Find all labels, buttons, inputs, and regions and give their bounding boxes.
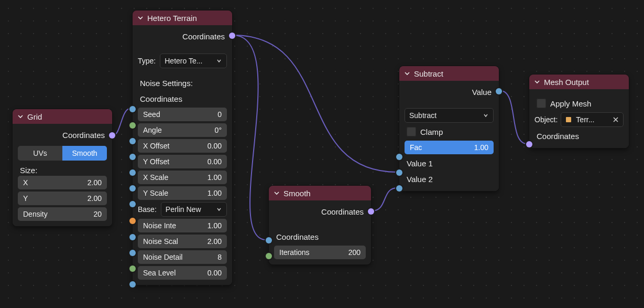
socket-in-sea-level[interactable] — [129, 281, 136, 288]
hetero-sea-level[interactable]: Sea Level0.00 — [138, 266, 227, 280]
chevron-down-icon — [533, 78, 541, 86]
grid-size-y[interactable]: Y2.00 — [18, 192, 107, 205]
socket-out-coordinates[interactable] — [368, 208, 374, 215]
hetero-x-scale[interactable]: X Scale1.00 — [138, 171, 227, 184]
socket-in-coordinates[interactable] — [526, 141, 532, 147]
socket-in-iterations[interactable] — [266, 253, 272, 259]
apply-mesh-checkbox[interactable] — [537, 99, 546, 108]
socket-in-noise-scale[interactable] — [129, 250, 136, 256]
hetero-y-offset[interactable]: Y Offset0.00 — [138, 155, 227, 168]
grid-mode-uvs[interactable]: UVs — [18, 146, 62, 161]
socket-in-noise-intensity[interactable] — [129, 234, 136, 240]
grid-mode-toggle[interactable]: UVs Smooth — [18, 146, 107, 161]
clamp-label: Clamp — [420, 128, 443, 136]
socket-label-out-coordinates: Coordinates — [62, 131, 105, 140]
socket-in-fac[interactable] — [396, 154, 402, 160]
socket-in-angle[interactable] — [129, 138, 136, 144]
node-title: Subtract — [414, 69, 443, 78]
object-reference[interactable]: Terr... — [561, 112, 624, 127]
base-label: Base: — [138, 205, 157, 214]
socket-out-coordinates[interactable] — [229, 33, 235, 39]
socket-in-x-offset[interactable] — [129, 154, 136, 160]
socket-in-y-offset[interactable] — [129, 169, 136, 176]
smooth-iterations[interactable]: Iterations200 — [274, 246, 366, 259]
node-title: Grid — [27, 112, 42, 121]
socket-in-seed[interactable] — [129, 122, 136, 129]
node-smooth[interactable]: Smooth Coordinates Coordinates Iteration… — [269, 186, 371, 264]
chevron-down-icon — [137, 14, 144, 22]
socket-in-x-scale[interactable] — [129, 185, 136, 192]
socket-in-value2[interactable] — [396, 185, 402, 192]
subtract-fac[interactable]: Fac1.00 — [405, 141, 494, 154]
socket-label-in-coordinates: Coordinates — [276, 232, 319, 241]
chevron-down-icon — [273, 189, 280, 197]
node-title: Mesh Output — [544, 78, 589, 87]
hetero-y-scale[interactable]: Y Scale1.00 — [138, 186, 227, 200]
socket-in-coordinates[interactable] — [266, 237, 272, 243]
socket-label-out-coordinates: Coordinates — [182, 32, 225, 41]
socket-in-base[interactable] — [129, 218, 136, 224]
grid-mode-smooth[interactable]: Smooth — [62, 146, 107, 161]
grid-size-x[interactable]: X2.00 — [18, 176, 107, 189]
subtract-clamp-checkbox[interactable] — [407, 127, 416, 136]
node-hetero-terrain[interactable]: Hetero Terrain Coordinates Type: Hetero … — [133, 10, 232, 285]
socket-label-in-coordinates: Coordinates — [537, 132, 579, 141]
hetero-noise-detail[interactable]: Noise Detail8 — [138, 250, 227, 264]
hetero-noise-scale[interactable]: Noise Scal2.00 — [138, 235, 227, 248]
node-subtract[interactable]: Subtract Value Subtract Clamp Fac1.00 Va… — [399, 66, 499, 191]
apply-mesh-label: Apply Mesh — [550, 99, 591, 108]
chevron-down-icon — [403, 70, 411, 77]
hetero-noise-intensity[interactable]: Noise Inte1.00 — [138, 219, 227, 232]
node-title: Smooth — [283, 189, 311, 198]
node-grid[interactable]: Grid Coordinates UVs Smooth Size: X2.00 … — [13, 109, 112, 226]
chevron-down-icon — [483, 112, 489, 119]
socket-label-value1: Value 1 — [407, 159, 433, 168]
node-mesh-output[interactable]: Mesh Output Apply Mesh Object: Terr... C… — [529, 75, 629, 148]
node-header-hetero[interactable]: Hetero Terrain — [133, 10, 232, 25]
socket-label-out-coordinates: Coordinates — [321, 207, 364, 216]
node-header-smooth[interactable]: Smooth — [269, 186, 371, 200]
chevron-down-icon — [216, 206, 222, 213]
chevron-down-icon — [17, 113, 24, 120]
socket-in-value1[interactable] — [396, 169, 402, 176]
hetero-type-dropdown[interactable]: Hetero Te... — [160, 54, 227, 68]
grid-density[interactable]: Density20 — [18, 207, 107, 221]
object-label: Object: — [534, 115, 558, 124]
socket-out-coordinates[interactable] — [109, 132, 115, 139]
size-label: Size: — [18, 164, 107, 176]
node-header-subtract[interactable]: Subtract — [399, 66, 499, 81]
close-icon[interactable] — [612, 115, 620, 124]
socket-label-value2: Value 2 — [407, 175, 433, 184]
socket-label-out-value: Value — [472, 88, 492, 97]
node-header-mesh-output[interactable]: Mesh Output — [529, 75, 629, 89]
node-header-grid[interactable]: Grid — [13, 109, 112, 124]
object-icon — [564, 115, 573, 124]
node-title: Hetero Terrain — [147, 14, 197, 23]
socket-out-value[interactable] — [496, 88, 502, 94]
hetero-base-dropdown[interactable]: Perlin New — [161, 202, 227, 217]
hetero-x-offset[interactable]: X Offset0.00 — [138, 139, 227, 153]
svg-rect-0 — [566, 117, 571, 122]
subtract-op-dropdown[interactable]: Subtract — [405, 108, 494, 123]
chevron-down-icon — [216, 58, 222, 64]
socket-in-noise-detail[interactable] — [129, 265, 136, 272]
socket-in-coordinates[interactable] — [129, 106, 136, 112]
type-label: Type: — [138, 57, 156, 65]
socket-in-y-scale[interactable] — [129, 201, 136, 207]
socket-label-in-coordinates: Coordinates — [140, 94, 182, 103]
hetero-angle[interactable]: Angle0° — [138, 123, 227, 137]
hetero-seed[interactable]: Seed0 — [138, 108, 227, 121]
noise-settings-label: Noise Settings: — [138, 77, 227, 89]
